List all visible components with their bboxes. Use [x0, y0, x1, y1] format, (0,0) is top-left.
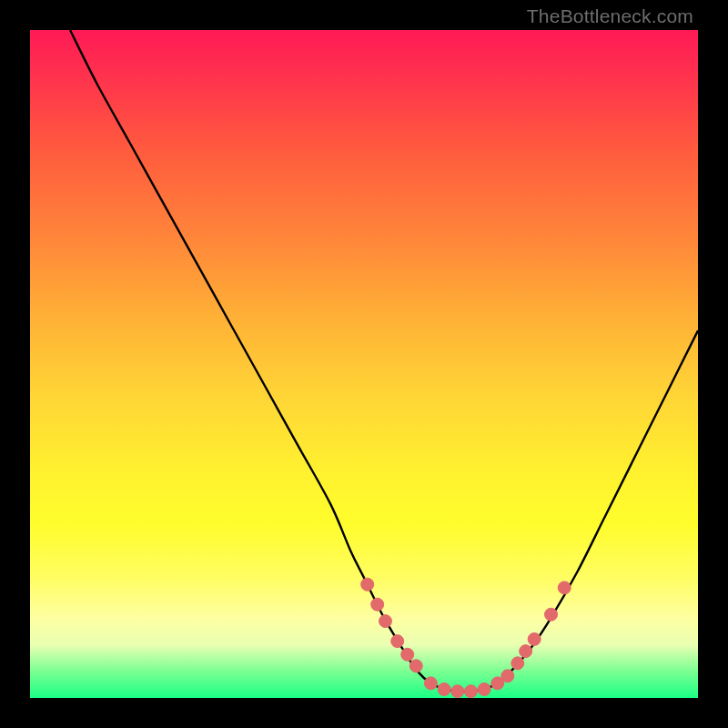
- data-point: [528, 632, 541, 645]
- chart-frame: TheBottleneck.com: [0, 0, 728, 728]
- data-point: [520, 645, 532, 658]
- data-point: [511, 657, 524, 670]
- highlighted-points-group: [361, 578, 571, 697]
- data-point: [478, 682, 490, 695]
- data-point: [424, 677, 437, 690]
- plot-area: [30, 30, 698, 698]
- data-point: [401, 648, 414, 661]
- data-point: [438, 682, 450, 695]
- data-point: [410, 660, 422, 672]
- data-point: [371, 598, 384, 611]
- data-point: [464, 685, 477, 698]
- watermark-text: TheBottleneck.com: [527, 5, 693, 27]
- chart-svg: [30, 30, 698, 698]
- data-point: [391, 635, 404, 648]
- data-point: [361, 578, 374, 591]
- data-point: [379, 615, 391, 628]
- data-point: [501, 670, 514, 682]
- bottleneck-curve: [70, 30, 698, 692]
- data-point: [545, 608, 558, 621]
- data-point: [451, 685, 464, 698]
- data-point: [558, 581, 571, 594]
